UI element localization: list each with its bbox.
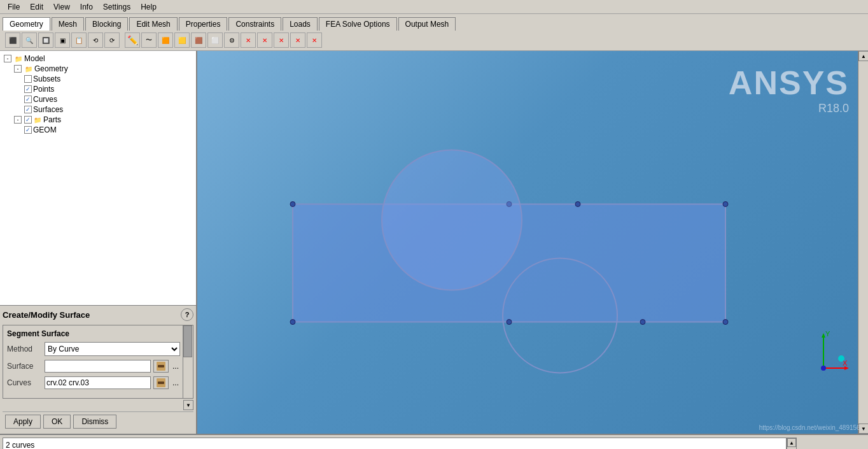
surface-select-btn[interactable] <box>153 360 169 373</box>
curves-row: Curves ... <box>7 376 180 389</box>
tree-points-label: Points <box>33 85 54 94</box>
tree-model[interactable]: - 📁 Model <box>3 53 193 64</box>
checkbox-parts[interactable] <box>24 116 32 124</box>
tree-curves-label: Curves <box>33 95 57 104</box>
tab-fea[interactable]: FEA Solve Options <box>319 17 397 31</box>
menu-info[interactable]: Info <box>75 1 98 13</box>
checkbox-subsets[interactable] <box>24 75 32 83</box>
checkbox-surfaces[interactable] <box>24 106 32 113</box>
tree-surfaces[interactable]: Surfaces <box>3 104 193 115</box>
curves-select-btn[interactable] <box>153 376 169 389</box>
tab-output-mesh[interactable]: Output Mesh <box>398 17 456 31</box>
tab-edit-mesh[interactable]: Edit Mesh <box>129 17 177 31</box>
toolbar-icon-box2[interactable]: 🟨 <box>174 32 190 48</box>
toolbar-icon-0[interactable]: ⬛ <box>5 32 20 48</box>
toolbar-icon-1[interactable]: 🔍 <box>22 32 37 48</box>
surface-input[interactable] <box>45 360 151 373</box>
expand-model[interactable]: - <box>4 55 11 62</box>
viewport-scroll-up[interactable]: ▲ <box>858 51 868 61</box>
tab-properties[interactable]: Properties <box>179 17 228 31</box>
toolbar-icon-gear[interactable]: ⚙ <box>224 32 239 48</box>
menu-help[interactable]: Help <box>136 1 162 13</box>
tree-points[interactable]: Points <box>3 84 193 94</box>
svg-text:Y: Y <box>825 330 830 338</box>
toolbar-icon-4[interactable]: 📋 <box>71 32 87 48</box>
toolbar-icon-box1[interactable]: 🟧 <box>158 32 173 48</box>
folder-model-icon: 📁 <box>14 54 23 63</box>
curves-input[interactable] <box>45 376 151 389</box>
scroll-track <box>183 325 193 398</box>
svg-point-21 <box>821 366 826 371</box>
svg-point-11 <box>507 320 512 325</box>
expand-geometry[interactable]: - <box>14 65 22 73</box>
tree-geometry-label: Geometry <box>34 64 68 73</box>
tab-blocking[interactable]: Blocking <box>85 17 128 31</box>
checkbox-points[interactable] <box>24 85 32 93</box>
expand-parts[interactable]: - <box>14 116 22 124</box>
svg-rect-1 <box>158 365 164 367</box>
ok-button[interactable]: OK <box>43 415 71 429</box>
method-select[interactable]: By CurveBy PointsBy Line <box>45 342 180 356</box>
menu-view[interactable]: View <box>48 1 75 13</box>
form-content: Segment Surface Method By CurveBy Points… <box>3 325 193 397</box>
main: - 📁 Model - 📁 Geometry Subsets Poi <box>0 51 868 434</box>
output-bar: 2 curves 0 surfaces ▲ ▼ Log Save Clear <box>0 434 868 449</box>
svg-point-22 <box>838 355 844 362</box>
toolbar-icon-box3[interactable]: 🟫 <box>191 32 206 48</box>
tab-mesh[interactable]: Mesh <box>52 17 84 31</box>
dismiss-button[interactable]: Dismiss <box>73 415 116 429</box>
toolbar-icon-5[interactable]: ⟲ <box>88 32 103 48</box>
checkbox-geom[interactable] <box>24 126 32 134</box>
watermark: https://blog.csdn.net/weixin_489156... <box>759 424 865 431</box>
output-line-0: 2 curves <box>6 441 783 449</box>
checkbox-curves[interactable] <box>24 96 32 103</box>
panel-header: Create/Modify Surface ? <box>3 308 193 321</box>
tree-geometry[interactable]: - 📁 Geometry <box>3 64 193 74</box>
toolbar-icon-box4[interactable]: ⬜ <box>207 32 223 48</box>
geometry-viewport[interactable] <box>197 51 868 434</box>
scroll-thumb[interactable] <box>183 325 192 357</box>
surface-row: Surface ... <box>7 360 180 373</box>
svg-point-7 <box>290 320 295 325</box>
tree-parts[interactable]: - 📁 Parts <box>3 115 193 125</box>
toolbar-icon-x4[interactable]: ✕ <box>290 32 305 48</box>
scroll-down-btn[interactable]: ▼ <box>183 400 193 410</box>
toolbar-icon-curve[interactable]: 〜 <box>141 32 157 48</box>
tab-geometry[interactable]: Geometry <box>3 17 50 31</box>
output-scroll-up[interactable]: ▲ <box>787 438 796 447</box>
tree-geom[interactable]: GEOM <box>3 125 193 135</box>
tree-surfaces-label: Surfaces <box>33 105 63 114</box>
tab-constraints[interactable]: Constraints <box>228 17 281 31</box>
tree-subsets[interactable]: Subsets <box>3 74 193 84</box>
axes-indicator: Y X <box>798 330 849 383</box>
toolbar-icon-3[interactable]: ▣ <box>55 32 70 48</box>
tab-loads[interactable]: Loads <box>283 17 318 31</box>
help-icon[interactable]: ? <box>181 308 193 321</box>
create-modify-panel: Create/Modify Surface ? Segment Surface … <box>0 306 196 434</box>
surface-label: Surface <box>7 362 42 371</box>
tree-curves[interactable]: Curves <box>3 94 193 104</box>
viewport[interactable]: ANSYS R18.0 <box>197 51 868 434</box>
toolbar-icon-pencil[interactable]: ✏️ <box>125 32 140 48</box>
menu-edit[interactable]: Edit <box>25 1 48 13</box>
toolbar-icon-2[interactable]: 🔲 <box>38 32 53 48</box>
svg-point-13 <box>382 150 522 290</box>
menu-file[interactable]: File <box>3 1 25 13</box>
toolbar-icon-x5[interactable]: ✕ <box>307 32 322 48</box>
viewport-scrollbar: ▲ ▼ <box>858 51 868 434</box>
menubar: File Edit View Info Settings Help <box>0 0 868 14</box>
tree-parts-label: Parts <box>43 115 61 124</box>
method-label: Method <box>7 345 42 353</box>
tree-model-label: Model <box>24 54 45 63</box>
toolbar-icon-x1[interactable]: ✕ <box>241 32 256 48</box>
output-controls: Log Save Clear <box>797 435 868 449</box>
apply-button[interactable]: Apply <box>5 415 41 429</box>
curves-dots[interactable]: ... <box>171 378 180 387</box>
menu-settings[interactable]: Settings <box>98 1 136 13</box>
toolbar-icon-x2[interactable]: ✕ <box>257 32 272 48</box>
toolbar-icon-x3[interactable]: ✕ <box>274 32 289 48</box>
surface-dots[interactable]: ... <box>171 362 180 371</box>
surface-btn-icon <box>156 361 166 371</box>
tree-subsets-label: Subsets <box>33 75 60 83</box>
toolbar-icon-6[interactable]: ⟳ <box>104 32 120 48</box>
